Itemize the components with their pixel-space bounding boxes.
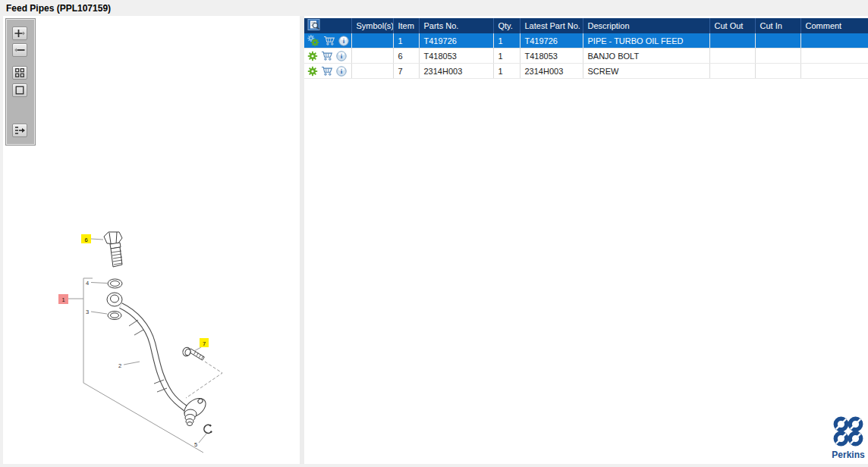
screw-drawing [181,346,204,360]
column-header-cut-out[interactable]: Cut Out [709,18,755,33]
title-bar: Feed Pipes (PPL107159) [0,0,868,16]
callout-5[interactable]: 5 [194,434,206,448]
column-header-latest-part-no[interactable]: Latest Part No. [520,18,583,33]
callout-6[interactable]: 6 [81,234,103,243]
cell-symbols[interactable] [351,49,393,64]
callout-1[interactable]: 1 [58,294,68,304]
cell-cut-in[interactable] [755,64,800,79]
table-header-row: Symbol(s) Item Parts No. Qty. Latest Par… [304,18,868,33]
tiles-icon [15,68,24,77]
column-header-cut-in[interactable]: Cut In [755,18,800,33]
zoom-in-icon [14,29,25,38]
row-actions-cell[interactable]: i [304,49,351,64]
banjo-bolt-drawing [104,232,122,267]
catalog-search-icon [307,19,322,31]
callout-3-label: 3 [86,309,89,315]
banjo-union-drawing [107,293,122,306]
cell-cut-out[interactable] [709,49,755,64]
cell-description[interactable]: BANJO BOLT [583,49,709,64]
cell-item[interactable]: 1 [393,33,419,49]
column-header-parts-no[interactable]: Parts No. [419,18,493,33]
column-header-symbols[interactable]: Symbol(s) [351,18,393,33]
diagram-panel: 6 4 1 3 2 7 [3,16,300,464]
cell-parts-no[interactable]: T419726 [419,33,493,49]
cell-item[interactable]: 6 [393,49,419,64]
callout-2[interactable]: 2 [118,362,140,369]
dashed-leader-lines [186,362,222,398]
column-header-item[interactable]: Item [393,18,419,33]
cell-description[interactable]: SCREW [583,64,709,79]
bracket-lines [68,278,203,453]
cell-symbols[interactable] [351,64,393,79]
callout-2-label: 2 [118,362,121,369]
zoom-out-icon [14,45,25,55]
washer-3-drawing [108,312,121,320]
cell-comment[interactable] [800,49,868,64]
cell-qty[interactable]: 1 [493,33,520,49]
table-row[interactable]: i 1 T419726 1 T419726 PIPE - TURBO OIL F… [304,33,868,49]
toggle-panel-button[interactable] [12,124,27,137]
callout-5-label: 5 [194,441,197,448]
pipe-drawing [121,306,186,409]
gear-icon[interactable] [307,66,318,77]
page-title: Feed Pipes (PPL107159) [6,3,111,14]
content-area: 6 4 1 3 2 7 [3,16,868,464]
cell-latest-part-no[interactable]: 2314H003 [520,64,583,79]
cell-symbols[interactable] [351,33,393,49]
cart-icon[interactable] [321,66,333,76]
cell-parts-no[interactable]: 2314H003 [419,64,493,79]
cart-icon[interactable] [323,36,335,45]
parts-panel: Symbol(s) Item Parts No. Qty. Latest Par… [304,16,868,464]
info-icon[interactable]: i [338,36,349,46]
column-header-icon[interactable] [304,18,351,33]
panel-arrow-icon [14,126,25,135]
column-header-description[interactable]: Description [583,18,709,33]
perkins-logo-text: Perkins [831,450,866,460]
callout-4[interactable]: 4 [86,280,107,287]
cell-cut-out[interactable] [709,33,755,49]
cell-cut-in[interactable] [755,33,800,49]
perkins-brand: Perkins [831,416,866,460]
column-header-comment[interactable]: Comment [800,18,868,33]
info-icon[interactable]: i [336,66,347,77]
callout-1-label: 1 [61,296,64,303]
fit-all-button[interactable] [12,66,27,80]
info-icon[interactable]: i [336,51,347,61]
zoom-out-button[interactable] [12,43,27,57]
table-row[interactable]: i 6 T418053 1 T418053 BANJO BOLT [304,49,868,64]
row-actions-cell[interactable]: i [304,64,351,79]
cell-comment[interactable] [800,64,868,79]
callout-3[interactable]: 3 [86,309,107,315]
parts-table: Symbol(s) Item Parts No. Qty. Latest Par… [304,18,868,79]
parts-diagram: 6 4 1 3 2 7 [3,16,300,464]
zoom-in-button[interactable] [12,27,27,40]
diagram-toolbar [5,18,36,146]
callout-4-label: 4 [86,280,89,287]
cell-qty[interactable]: 1 [493,64,520,79]
cell-description[interactable]: PIPE - TURBO OIL FEED [583,33,709,49]
column-header-qty[interactable]: Qty. [493,18,520,33]
perkins-logo-icon [832,416,864,447]
cell-cut-out[interactable] [709,64,755,79]
gear-icon[interactable] [307,51,318,61]
callout-7[interactable]: 7 [194,338,209,351]
cell-latest-part-no[interactable]: T419726 [520,33,583,49]
cell-latest-part-no[interactable]: T418053 [520,49,583,64]
callout-6-label: 6 [84,237,87,243]
washer-4-drawing [108,279,122,288]
cell-cut-in[interactable] [755,49,800,64]
row-actions-cell[interactable]: i [304,33,351,49]
cell-qty[interactable]: 1 [493,49,520,64]
flange-drawing [181,394,209,425]
callout-7-label: 7 [203,340,206,347]
cell-parts-no[interactable]: T418053 [419,49,493,64]
cart-icon[interactable] [321,51,333,61]
usage-gears-icon[interactable] [307,35,320,46]
square-outline-icon [15,86,24,95]
table-row[interactable]: i 7 2314H003 1 2314H003 SCREW [304,64,868,79]
ring-5-drawing [204,425,212,433]
full-view-button[interactable] [12,83,27,97]
cell-item[interactable]: 7 [393,64,419,79]
cell-comment[interactable] [800,33,868,49]
